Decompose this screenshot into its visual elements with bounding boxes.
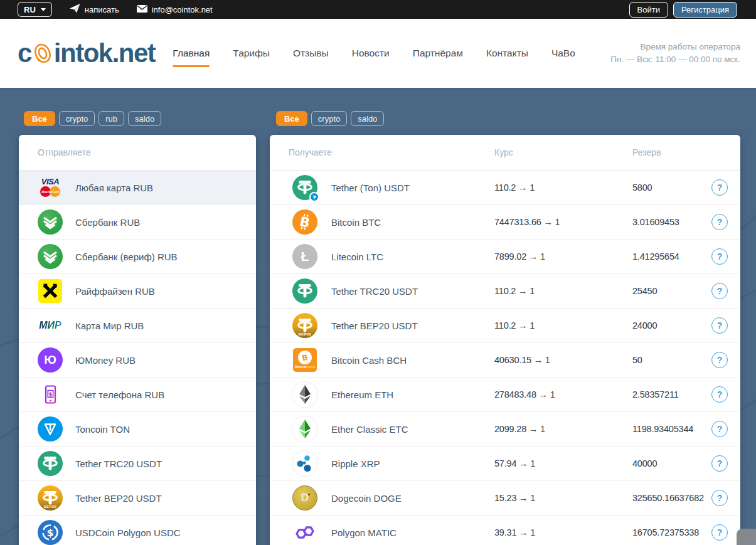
reserve-value: 50 (632, 355, 642, 365)
send-item-label: Toncoin TON (75, 424, 130, 435)
receive-row[interactable]: Tether (Ton) USDT110.2 → 15800? (270, 171, 740, 205)
toncoin-icon (36, 416, 64, 442)
nav-item[interactable]: Партнёрам (413, 48, 463, 59)
rate-value: 40630.15 → 1 (494, 355, 550, 365)
rate-value: 2099.28 → 1 (494, 424, 545, 434)
language-label: RU (24, 5, 36, 14)
filter-chip[interactable]: rub (98, 111, 124, 126)
sberbank-icon (36, 244, 64, 269)
rate-value: 110.2 → 1 (494, 183, 535, 193)
help-icon[interactable]: ? (711, 179, 728, 196)
receive-item-name: Bitcoin BTC (331, 217, 381, 228)
receive-filters: Всеcryptosaldo (276, 111, 384, 126)
nav-item[interactable]: Главная (173, 48, 210, 59)
filter-chip[interactable]: saldo (351, 111, 384, 126)
usdt-ton-icon (291, 175, 319, 200)
paper-plane-icon (70, 4, 80, 15)
scroll-top-button[interactable] (737, 529, 756, 545)
receive-row[interactable]: BEP20Tether BEP20 USDT110.2 → 124000? (270, 309, 740, 343)
write-link[interactable]: написать (70, 4, 119, 15)
nav-item[interactable]: Новости (352, 48, 390, 59)
login-button[interactable]: Войти (629, 2, 668, 18)
send-item-label: Карта Мир RUB (75, 320, 144, 331)
reserve-value: 325650.16637682 (632, 493, 704, 503)
usdt-trc20-icon (291, 278, 319, 304)
receive-row[interactable]: DDogecoin DOGE15.23 → 1325650.16637682? (270, 481, 740, 516)
receive-panel-header: Получаете Курс Резерв (270, 135, 740, 171)
help-icon[interactable]: ? (711, 283, 728, 299)
send-item[interactable]: $Счет телефона RUB (19, 378, 256, 412)
filter-chip[interactable]: Все (276, 111, 307, 126)
send-item[interactable]: BEP20Tether BEP20 USDT (19, 481, 256, 516)
receive-row[interactable]: BBitcoin BTC7447313.66 → 13.01609453? (270, 205, 740, 240)
filter-chip[interactable]: saldo (128, 111, 161, 126)
xrp-icon (291, 451, 319, 476)
send-item-label: USDCoin Polygon USDC (75, 527, 181, 538)
send-item-label: Счет телефона RUB (75, 389, 164, 400)
help-icon[interactable]: ? (711, 490, 728, 506)
svg-text:$: $ (48, 391, 52, 398)
send-item[interactable]: $USDCoin Polygon USDC (19, 516, 256, 545)
logo-text-pre: c (18, 40, 31, 66)
reserve-value: 25450 (632, 286, 657, 296)
help-icon[interactable]: ? (711, 317, 728, 334)
logo-text-post: intok.net (54, 40, 156, 66)
nav-item[interactable]: Контакты (486, 48, 528, 59)
svg-text:B: B (301, 352, 309, 362)
help-icon[interactable]: ? (711, 386, 728, 403)
send-item[interactable]: Tether TRC20 USDT (19, 447, 256, 481)
help-icon[interactable]: ? (711, 455, 728, 472)
help-icon[interactable]: ? (711, 248, 728, 265)
visa-mastercard-icon: VISAMasterCard (36, 174, 64, 201)
send-item-label: Tether TRC20 USDT (75, 458, 162, 469)
filter-chip[interactable]: crypto (311, 111, 347, 126)
receive-item-name: Tether (Ton) USDT (331, 183, 410, 193)
site-logo[interactable]: c intok.net (18, 40, 155, 66)
rate-value: 7899.02 → 1 (494, 251, 545, 262)
receive-row[interactable]: ŁLitecoin LTC7899.02 → 11.41295654? (270, 240, 740, 274)
send-item[interactable]: VISAMasterCardЛюбая карта RUB (19, 171, 256, 205)
send-list: VISAMasterCardЛюбая карта RUBСбербанк RU… (19, 171, 256, 545)
receive-row[interactable]: Ether Classic ETC2099.28 → 11198.9340534… (270, 412, 740, 447)
send-item-label: Сбербанк RUB (75, 217, 140, 228)
reserve-value: 1198.93405344 (632, 424, 693, 434)
usdt-bep20-icon: BEP20 (291, 313, 319, 338)
send-item[interactable]: Райффайзен RUB (19, 274, 256, 309)
register-button[interactable]: Регистрация (673, 2, 737, 18)
receive-item-name: Ether Classic ETC (331, 424, 408, 435)
help-icon[interactable]: ? (711, 421, 728, 437)
receive-row[interactable]: Tether TRC20 USDT110.2 → 125450? (270, 274, 740, 309)
send-item[interactable]: Сбербанк RUB (19, 205, 256, 240)
filter-chip[interactable]: crypto (59, 111, 95, 126)
receive-item-name: Polygon MATIC (331, 527, 397, 538)
send-item[interactable]: ЮЮMoney RUB (19, 343, 256, 378)
filter-chip[interactable]: Все (24, 111, 55, 126)
send-item[interactable]: Сбербанк (вериф) RUB (19, 240, 256, 274)
reserve-value: 24000 (632, 320, 657, 331)
help-icon[interactable]: ? (711, 352, 728, 368)
send-item[interactable]: МИРКарта Мир RUB (19, 309, 256, 343)
email-link[interactable]: info@cointok.net (137, 5, 213, 14)
receive-row[interactable]: Polygon MATIC39.31 → 116705.72375338? (270, 516, 740, 545)
main-header: c intok.net ГлавнаяТарифыОтзывыНовостиПа… (0, 19, 756, 88)
send-filters: Всеcryptorubsaldo (24, 111, 161, 126)
nav-item[interactable]: Тарифы (233, 48, 270, 59)
receive-row[interactable]: Ripple XRP57.94 → 140000? (270, 447, 740, 481)
nav-item[interactable]: ЧаВо (551, 48, 575, 59)
language-selector[interactable]: RU (18, 2, 52, 17)
send-item-label: Сбербанк (вериф) RUB (75, 251, 178, 262)
nav-item[interactable]: Отзывы (293, 48, 329, 59)
operator-hours: Время работы оператора Пн. — Вск: 11:00 … (610, 41, 740, 66)
receive-row[interactable]: Ethereum ETH278483.48 → 12.58357211? (270, 378, 740, 412)
reserve-value: 2.58357211 (632, 389, 679, 399)
help-icon[interactable]: ? (711, 524, 728, 541)
receive-row[interactable]: BBitcoinCashBitcoin Cash BCH40630.15 → 1… (270, 343, 740, 378)
send-item[interactable]: Toncoin TON (19, 412, 256, 447)
help-icon[interactable]: ? (711, 214, 728, 230)
column-header-name: Получаете (289, 147, 332, 157)
usdt-bep20-icon: BEP20 (36, 485, 64, 511)
receive-item-name: Litecoin LTC (331, 251, 383, 262)
column-header-rate: Курс (494, 147, 513, 157)
email-label: info@cointok.net (152, 5, 213, 14)
rate-value: 110.2 → 1 (494, 320, 535, 331)
